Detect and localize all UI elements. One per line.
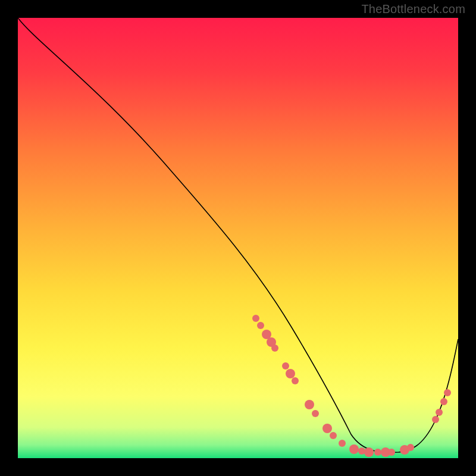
highlight-dot <box>292 377 299 384</box>
chart-container: TheBottleneck.com <box>0 0 476 476</box>
highlight-dot <box>364 447 374 457</box>
highlight-dot <box>271 345 278 352</box>
highlight-dot <box>312 410 319 417</box>
highlight-dot <box>322 424 332 433</box>
highlight-dot <box>388 449 395 456</box>
highlight-dot <box>432 416 439 423</box>
chart-overlay <box>18 18 458 458</box>
highlight-dot <box>407 444 414 451</box>
highlight-dot <box>440 398 447 405</box>
highlight-dot <box>286 369 295 378</box>
highlight-dot <box>349 444 359 454</box>
highlight-dot <box>374 449 381 456</box>
highlight-dot <box>436 409 443 416</box>
highlight-dot <box>305 400 314 409</box>
highlight-dot <box>252 315 259 322</box>
highlight-dot <box>257 322 264 329</box>
bottleneck-curve <box>18 18 458 453</box>
highlight-dot <box>282 362 289 369</box>
plot-area <box>18 18 458 458</box>
highlight-dot <box>339 440 346 447</box>
watermark-text: TheBottleneck.com <box>361 2 465 16</box>
highlight-dot <box>444 389 451 396</box>
highlight-dot <box>330 432 337 439</box>
highlight-dot <box>358 447 365 455</box>
